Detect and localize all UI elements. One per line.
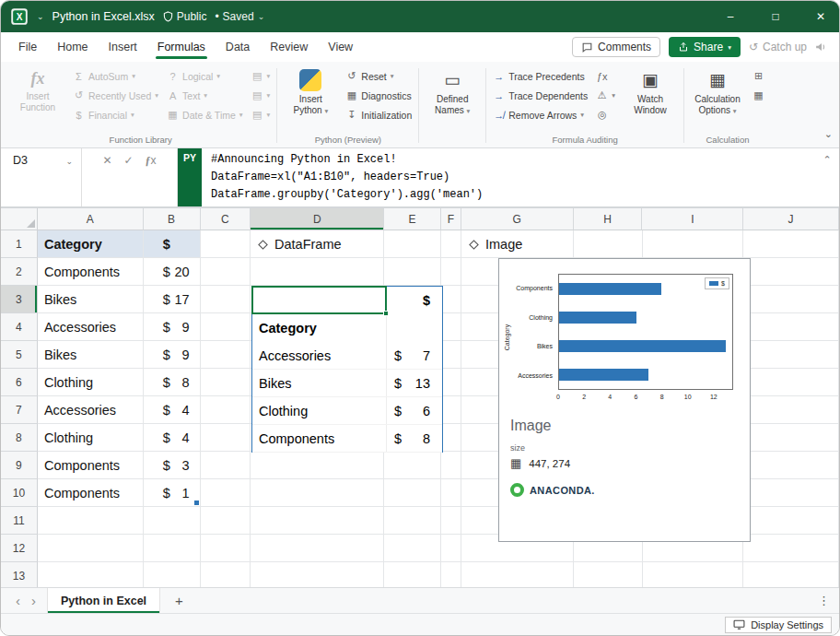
cell-A4[interactable]: Accessories bbox=[38, 313, 144, 341]
cell-A1[interactable]: Category bbox=[38, 230, 144, 258]
evaluate-formula-button[interactable]: ◎ bbox=[594, 107, 617, 123]
show-formulas-button[interactable]: ƒx bbox=[594, 68, 617, 84]
row-header-10[interactable]: 10 bbox=[1, 479, 38, 507]
error-checking-button[interactable]: ⚠▾ bbox=[594, 88, 617, 103]
column-header-E[interactable]: E bbox=[384, 208, 441, 230]
cell-B2[interactable]: $20 bbox=[144, 258, 201, 286]
calculation-options-button[interactable]: ▦ Calculation Options ▾ bbox=[689, 65, 746, 116]
cell-B13[interactable] bbox=[144, 562, 201, 587]
cell-D9[interactable] bbox=[251, 452, 384, 479]
cell-F2[interactable] bbox=[441, 258, 461, 286]
column-header-G[interactable]: G bbox=[461, 208, 574, 230]
cell-J10[interactable] bbox=[743, 479, 839, 507]
dataframe-row[interactable]: Components$8 bbox=[252, 425, 442, 453]
cell-E9[interactable] bbox=[384, 452, 441, 479]
dataframe-card-label[interactable]: DataFrame bbox=[257, 230, 342, 258]
cell-F5[interactable] bbox=[441, 341, 461, 369]
cell-C2[interactable] bbox=[201, 258, 251, 286]
close-button[interactable]: ✕ bbox=[802, 1, 839, 32]
cell-J4[interactable] bbox=[743, 313, 839, 341]
display-settings-button[interactable]: Display Settings bbox=[725, 617, 832, 633]
watch-window-button[interactable]: ▣ Watch Window bbox=[622, 65, 679, 115]
cell-E2[interactable] bbox=[384, 258, 441, 286]
cell-A10[interactable]: Components bbox=[38, 479, 144, 507]
cell-J11[interactable] bbox=[743, 507, 839, 535]
diagnostics-button[interactable]: ▦Diagnostics bbox=[344, 88, 414, 103]
insert-function-icon[interactable]: ƒx bbox=[146, 154, 157, 168]
cell-C12[interactable] bbox=[201, 535, 251, 562]
collapse-ribbon-icon[interactable]: ⌄ bbox=[824, 128, 833, 140]
cell-J8[interactable] bbox=[743, 424, 839, 452]
add-sheet-button[interactable]: + bbox=[175, 593, 183, 608]
cell-D11[interactable] bbox=[251, 507, 384, 535]
cell-F6[interactable] bbox=[441, 369, 461, 396]
enter-icon[interactable]: ✓ bbox=[124, 154, 134, 167]
cell-A12[interactable] bbox=[38, 535, 144, 562]
row-header-12[interactable]: 12 bbox=[1, 535, 38, 562]
save-status[interactable]: • Saved ⌄ bbox=[215, 10, 264, 23]
cell-B7[interactable]: $4 bbox=[144, 396, 201, 424]
cell-A11[interactable] bbox=[38, 507, 144, 535]
cell-B5[interactable]: $9 bbox=[144, 341, 201, 369]
cell-J5[interactable] bbox=[743, 341, 839, 369]
cell-D2[interactable] bbox=[251, 258, 384, 286]
ribbon-tab-home[interactable]: Home bbox=[47, 35, 98, 59]
logical-button[interactable]: ?Logical▾ bbox=[165, 68, 245, 84]
ribbon-tab-insert[interactable]: Insert bbox=[99, 35, 147, 59]
cell-F10[interactable] bbox=[441, 479, 461, 507]
insert-python-button[interactable]: Insert Python ▾ bbox=[282, 65, 339, 116]
column-header-D[interactable]: D bbox=[251, 208, 384, 230]
cell-F9[interactable] bbox=[441, 452, 461, 479]
collapse-formula-bar-icon[interactable]: ⌃ bbox=[815, 148, 839, 206]
cell-B10[interactable]: $1 bbox=[144, 479, 201, 507]
cell-F12[interactable] bbox=[441, 535, 461, 562]
cell-B6[interactable]: $8 bbox=[144, 369, 201, 396]
cell-C1[interactable] bbox=[201, 230, 251, 258]
column-header-J[interactable]: J bbox=[743, 208, 839, 230]
cell-B1[interactable]: $ bbox=[144, 230, 201, 258]
row-header-2[interactable]: 2 bbox=[1, 258, 38, 286]
cell-J7[interactable] bbox=[743, 396, 839, 424]
cell-A3[interactable]: Bikes bbox=[38, 286, 144, 313]
row-header-8[interactable]: 8 bbox=[1, 424, 38, 452]
recently-used-button[interactable]: ↺Recently Used▾ bbox=[71, 88, 160, 103]
cancel-icon[interactable]: ✕ bbox=[102, 154, 111, 167]
column-header-B[interactable]: B bbox=[144, 208, 201, 230]
minimize-button[interactable]: – bbox=[712, 1, 749, 32]
insert-function-button[interactable]: fx Insert Function bbox=[9, 65, 66, 112]
cell-D10[interactable] bbox=[251, 479, 384, 507]
cell-H1[interactable] bbox=[574, 230, 643, 258]
image-card-label[interactable]: Image bbox=[468, 230, 522, 258]
cell-A2[interactable]: Components bbox=[38, 258, 144, 286]
cell-J3[interactable] bbox=[743, 286, 839, 313]
cell-E12[interactable] bbox=[384, 535, 441, 562]
cell-F11[interactable] bbox=[441, 507, 461, 535]
date-time-button[interactable]: ▦Date & Time▾ bbox=[165, 107, 245, 123]
dataframe-row[interactable]: Clothing$6 bbox=[252, 397, 442, 425]
cell-C9[interactable] bbox=[201, 452, 251, 479]
row-header-9[interactable]: 9 bbox=[1, 452, 38, 479]
sensitivity-badge[interactable]: Public bbox=[163, 10, 207, 23]
formula-input[interactable]: #Announcing Python in Excel!DataFrame=xl… bbox=[202, 148, 815, 206]
cell-I1[interactable] bbox=[643, 230, 744, 258]
cell-J2[interactable] bbox=[743, 258, 839, 286]
cell-A7[interactable]: Accessories bbox=[38, 396, 144, 424]
sheet-nav-right-icon[interactable]: › bbox=[26, 593, 41, 608]
cell-J1[interactable] bbox=[743, 230, 839, 258]
maximize-button[interactable]: □ bbox=[757, 1, 794, 32]
comments-button[interactable]: Comments bbox=[572, 37, 660, 57]
sheet-nav-left-icon[interactable]: ‹ bbox=[10, 593, 26, 608]
reset-button[interactable]: ↺Reset▾ bbox=[344, 68, 414, 84]
megaphone-icon[interactable] bbox=[815, 41, 828, 53]
cell-C11[interactable] bbox=[201, 507, 251, 535]
ribbon-tab-view[interactable]: View bbox=[318, 35, 363, 59]
cell-C8[interactable] bbox=[201, 424, 251, 452]
chevron-down-icon[interactable]: ⌄ bbox=[65, 157, 73, 166]
ribbon-tab-review[interactable]: Review bbox=[260, 35, 318, 59]
cell-B9[interactable]: $3 bbox=[144, 452, 201, 479]
column-header-H[interactable]: H bbox=[574, 208, 643, 230]
column-header-A[interactable]: A bbox=[38, 208, 144, 230]
more-functions-button[interactable]: ▤▾ bbox=[250, 107, 273, 123]
cell-G13[interactable] bbox=[461, 562, 574, 587]
cell-B11[interactable] bbox=[144, 507, 201, 535]
